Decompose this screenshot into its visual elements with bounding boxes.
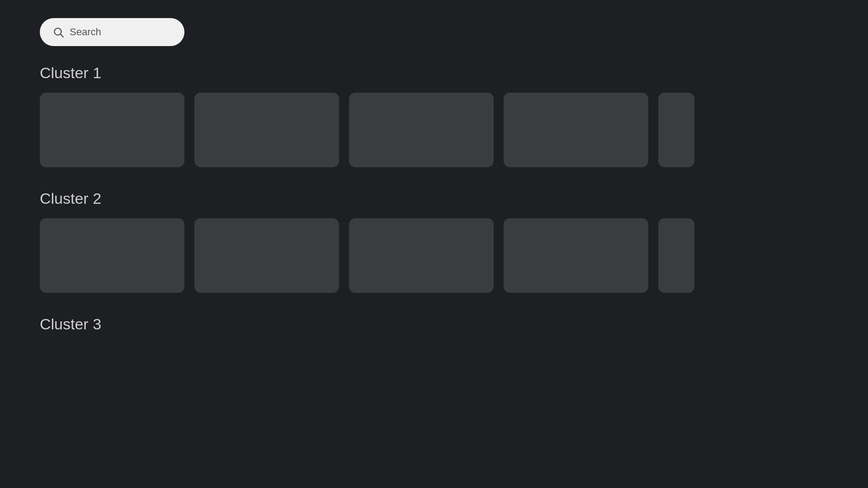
cluster-1-card-5-partial[interactable] bbox=[658, 93, 694, 167]
cluster-2-grid bbox=[40, 218, 828, 293]
search-bar-wrapper: Search bbox=[40, 18, 828, 46]
cluster-1-title: Cluster 1 bbox=[40, 64, 828, 82]
cluster-2-title: Cluster 2 bbox=[40, 190, 828, 207]
search-bar[interactable]: Search bbox=[40, 18, 184, 46]
search-placeholder: Search bbox=[70, 26, 101, 38]
page-container: Search Cluster 1 Cluster 2 Cluster 3 bbox=[0, 0, 868, 374]
cluster-2-card-5-partial[interactable] bbox=[658, 218, 694, 293]
cluster-2-card-3[interactable] bbox=[349, 218, 494, 293]
cluster-1-card-2[interactable] bbox=[194, 93, 339, 167]
cluster-3-title: Cluster 3 bbox=[40, 315, 828, 333]
cluster-1-card-4[interactable] bbox=[504, 93, 648, 167]
cluster-2-card-4[interactable] bbox=[504, 218, 648, 293]
search-icon bbox=[52, 26, 64, 38]
cluster-1-card-1[interactable] bbox=[40, 93, 184, 167]
cluster-2-card-1[interactable] bbox=[40, 218, 184, 293]
cluster-1-card-3[interactable] bbox=[349, 93, 494, 167]
svg-line-1 bbox=[61, 34, 63, 37]
cluster-1-section: Cluster 1 bbox=[40, 64, 828, 167]
cluster-2-card-2[interactable] bbox=[194, 218, 339, 293]
cluster-2-section: Cluster 2 bbox=[40, 190, 828, 293]
cluster-3-section: Cluster 3 bbox=[40, 315, 828, 333]
cluster-1-grid bbox=[40, 93, 828, 167]
